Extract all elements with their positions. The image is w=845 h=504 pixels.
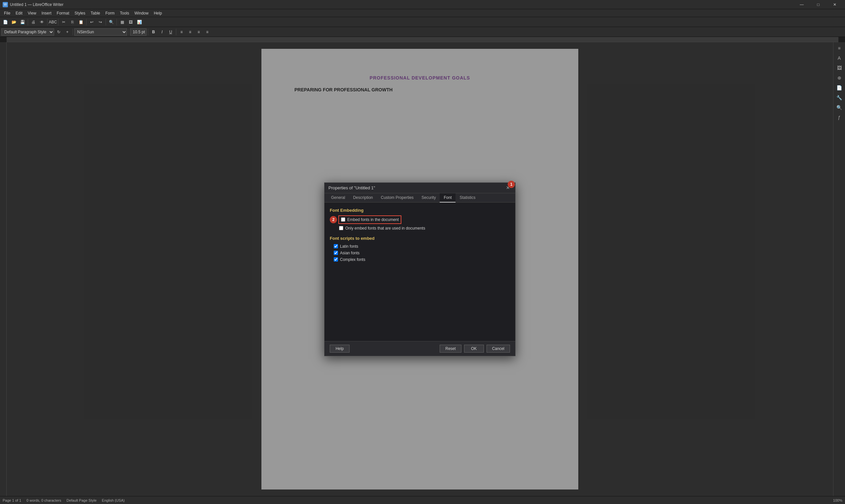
sidebar-func-btn[interactable]: ƒ <box>835 113 844 122</box>
statusbar-right: 100% <box>833 498 842 502</box>
only-embed-row: Only embed fonts that are used in docume… <box>339 226 510 231</box>
open-btn[interactable]: 📂 <box>10 18 18 26</box>
italic-btn[interactable]: I <box>158 28 166 36</box>
maximize-button[interactable]: □ <box>811 0 826 9</box>
undo-btn[interactable]: ↩ <box>88 18 96 26</box>
paragraph-style-dropdown[interactable]: Default Paragraph Style <box>1 29 54 36</box>
underline-btn[interactable]: U <box>167 28 175 36</box>
complex-fonts-checkbox[interactable] <box>334 257 338 262</box>
menu-edit[interactable]: Edit <box>13 10 25 16</box>
menu-styles[interactable]: Styles <box>72 10 88 16</box>
sidebar-find-btn[interactable]: 🔍 <box>835 103 844 112</box>
left-sidebar <box>0 42 6 496</box>
menu-form[interactable]: Form <box>103 10 117 16</box>
new-btn[interactable]: 📄 <box>1 18 9 26</box>
word-count: 0 words, 0 characters <box>27 498 61 502</box>
close-button[interactable]: ✕ <box>827 0 842 9</box>
ok-button[interactable]: OK <box>464 345 484 353</box>
menu-help[interactable]: Help <box>151 10 165 16</box>
only-embed-checkbox[interactable] <box>339 226 343 230</box>
style-new-btn[interactable]: + <box>64 28 71 36</box>
spell-btn[interactable]: ABC <box>49 18 57 26</box>
bold-btn[interactable]: B <box>149 28 157 36</box>
font-name-dropdown[interactable]: NSimSun <box>74 29 127 36</box>
properties-dialog: Properties of "Untitled 1" ✕ 1 General D… <box>324 182 515 356</box>
complex-fonts-label: Complex fonts <box>340 257 365 262</box>
sidebar-styles-btn[interactable]: A <box>835 53 844 63</box>
page-style: Default Page Style <box>66 498 96 502</box>
titlebar-controls[interactable]: — □ ✕ <box>794 0 842 9</box>
sep3 <box>58 19 58 25</box>
statusbar-left: Page 1 of 1 0 words, 0 characters Defaul… <box>3 498 125 502</box>
menubar: File Edit View Insert Format Styles Tabl… <box>0 9 845 17</box>
sep10 <box>176 29 176 35</box>
titlebar-left: W Untitled 1 — LibreOffice Writer <box>3 2 64 7</box>
toolbar2: Default Paragraph Style ↻ + NSimSun B I … <box>0 27 845 37</box>
menu-insert[interactable]: Insert <box>39 10 54 16</box>
redo-btn[interactable]: ↪ <box>96 18 104 26</box>
save-btn[interactable]: 💾 <box>18 18 27 26</box>
page-count: Page 1 of 1 <box>3 498 21 502</box>
insert-image-btn[interactable]: 🖼 <box>127 18 135 26</box>
cut-btn[interactable]: ✂ <box>60 18 68 26</box>
style-update-btn[interactable]: ↻ <box>55 28 63 36</box>
tab-security[interactable]: Security <box>418 193 440 202</box>
only-embed-label: Only embed fonts that are used in docume… <box>345 226 425 231</box>
sep5 <box>106 19 106 25</box>
latin-fonts-row: Latin fonts <box>334 244 510 249</box>
copy-btn[interactable]: ⎘ <box>68 18 76 26</box>
embed-fonts-checkbox-container: Embed fonts in the document <box>340 217 400 223</box>
insert-table-btn[interactable]: ▦ <box>118 18 126 26</box>
document-area[interactable]: PROFESSIONAL DEVELOPMENT GOALS PREPARING… <box>6 42 833 496</box>
sidebar-properties-btn[interactable]: ≡ <box>835 43 844 53</box>
reset-button[interactable]: Reset <box>440 345 461 353</box>
font-size-input[interactable] <box>130 29 146 36</box>
asian-fonts-label: Asian fonts <box>340 251 359 255</box>
asian-fonts-checkbox[interactable] <box>334 251 338 255</box>
sidebar-navigator-btn[interactable]: ⊕ <box>835 73 844 83</box>
tab-statistics[interactable]: Statistics <box>456 193 479 202</box>
find-btn[interactable]: 🔍 <box>107 18 115 26</box>
titlebar: W Untitled 1 — LibreOffice Writer — □ ✕ <box>0 0 845 9</box>
insert-chart-btn[interactable]: 📊 <box>135 18 143 26</box>
align-center-btn[interactable]: ≡ <box>186 28 194 36</box>
preview-btn[interactable]: 👁 <box>38 18 46 26</box>
sep8 <box>128 29 129 35</box>
dialog-title: Properties of "Untitled 1" <box>329 185 375 190</box>
align-justify-btn[interactable]: ≡ <box>203 28 211 36</box>
menu-format[interactable]: Format <box>54 10 72 16</box>
align-right-btn[interactable]: ≡ <box>195 28 203 36</box>
main-area: PROFESSIONAL DEVELOPMENT GOALS PREPARING… <box>0 42 845 496</box>
window-title: Untitled 1 — LibreOffice Writer <box>10 2 64 7</box>
asian-fonts-row: Asian fonts <box>334 251 510 255</box>
tab-custom-properties[interactable]: Custom Properties <box>377 193 418 202</box>
menu-table[interactable]: Table <box>88 10 103 16</box>
embed-fonts-checkbox[interactable] <box>341 217 345 222</box>
sep6 <box>117 19 117 25</box>
minimize-button[interactable]: — <box>794 0 809 9</box>
ruler <box>6 37 839 42</box>
menu-tools[interactable]: Tools <box>117 10 132 16</box>
sep2 <box>47 19 48 25</box>
tab-font[interactable]: Font <box>440 193 456 202</box>
menu-view[interactable]: View <box>25 10 39 16</box>
paste-btn[interactable]: 📋 <box>77 18 85 26</box>
sidebar-manage-btn[interactable]: 🔧 <box>835 93 844 102</box>
cancel-button[interactable]: Cancel <box>487 345 510 353</box>
sep7 <box>73 29 73 35</box>
latin-fonts-checkbox[interactable] <box>334 244 338 248</box>
statusbar: Page 1 of 1 0 words, 0 characters Defaul… <box>0 496 845 504</box>
menu-window[interactable]: Window <box>132 10 151 16</box>
dialog-footer: Help Reset OK Cancel <box>324 341 515 356</box>
sidebar-page-btn[interactable]: 📄 <box>835 83 844 92</box>
font-scripts-title: Font scripts to embed <box>330 236 510 241</box>
align-left-btn[interactable]: ≡ <box>178 28 186 36</box>
font-embedding-title: Font Embedding <box>330 208 510 213</box>
print-btn[interactable]: 🖨 <box>29 18 37 26</box>
tab-general[interactable]: General <box>327 193 349 202</box>
sep4 <box>86 19 87 25</box>
tab-description[interactable]: Description <box>349 193 377 202</box>
menu-file[interactable]: File <box>1 10 13 16</box>
help-button[interactable]: Help <box>330 345 350 353</box>
sidebar-gallery-btn[interactable]: 🖼 <box>835 63 844 73</box>
